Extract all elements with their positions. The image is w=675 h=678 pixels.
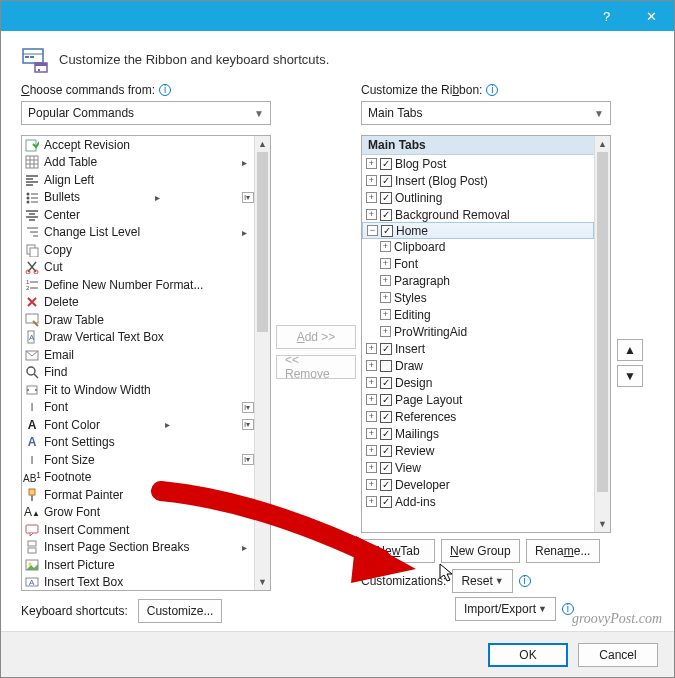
- tree-item[interactable]: Design: [362, 374, 594, 391]
- expand-icon[interactable]: [366, 496, 377, 507]
- command-item[interactable]: Draw Table: [22, 311, 254, 329]
- commands-listbox[interactable]: Accept RevisionAdd Table▸Align LeftBulle…: [21, 135, 271, 591]
- tree-group[interactable]: Editing: [362, 306, 594, 323]
- rename-button[interactable]: Rename...: [526, 539, 600, 563]
- checkbox[interactable]: [380, 394, 392, 406]
- cancel-button[interactable]: Cancel: [578, 643, 658, 667]
- expand-icon[interactable]: [380, 309, 391, 320]
- scrollbar[interactable]: ▲ ▼: [594, 136, 610, 532]
- command-item[interactable]: Insert Picture: [22, 556, 254, 574]
- command-item[interactable]: Copy: [22, 241, 254, 259]
- tree-item[interactable]: Page Layout: [362, 391, 594, 408]
- tree-group[interactable]: Paragraph: [362, 272, 594, 289]
- expand-icon[interactable]: [380, 275, 391, 286]
- checkbox[interactable]: [381, 225, 393, 237]
- command-item[interactable]: Cut: [22, 259, 254, 277]
- move-up-button[interactable]: ▲: [617, 339, 643, 361]
- move-down-button[interactable]: ▼: [617, 365, 643, 387]
- collapse-icon[interactable]: [367, 225, 378, 236]
- expand-icon[interactable]: [366, 343, 377, 354]
- choose-commands-combo[interactable]: Popular Commands ▼: [21, 101, 271, 125]
- tree-item[interactable]: Draw: [362, 357, 594, 374]
- scroll-thumb[interactable]: [257, 152, 268, 332]
- expand-icon[interactable]: [366, 445, 377, 456]
- info-icon[interactable]: i: [519, 575, 531, 587]
- checkbox[interactable]: [380, 462, 392, 474]
- ok-button[interactable]: OK: [488, 643, 568, 667]
- command-item[interactable]: IFontI▾: [22, 399, 254, 417]
- command-item[interactable]: Accept Revision: [22, 136, 254, 154]
- expand-icon[interactable]: [380, 326, 391, 337]
- tree-item[interactable]: Add-ins: [362, 493, 594, 510]
- checkbox[interactable]: [380, 377, 392, 389]
- tree-item[interactable]: Developer: [362, 476, 594, 493]
- customize-ribbon-combo[interactable]: Main Tabs ▼: [361, 101, 611, 125]
- expand-icon[interactable]: [366, 479, 377, 490]
- new-tab-button[interactable]: New Tab: [361, 539, 435, 563]
- command-item[interactable]: ADraw Vertical Text Box: [22, 329, 254, 347]
- info-icon[interactable]: i: [486, 84, 498, 96]
- expand-icon[interactable]: [380, 292, 391, 303]
- remove-button[interactable]: << Remove: [276, 355, 356, 379]
- command-item[interactable]: Fit to Window Width: [22, 381, 254, 399]
- info-icon[interactable]: i: [159, 84, 171, 96]
- command-item[interactable]: A▲Grow Font: [22, 504, 254, 522]
- tree-group[interactable]: Font: [362, 255, 594, 272]
- checkbox[interactable]: [380, 360, 392, 372]
- tree-item[interactable]: View: [362, 459, 594, 476]
- reset-button[interactable]: Reset▼: [452, 569, 512, 593]
- checkbox[interactable]: [380, 496, 392, 508]
- checkbox[interactable]: [380, 428, 392, 440]
- expand-icon[interactable]: [380, 241, 391, 252]
- checkbox[interactable]: [380, 411, 392, 423]
- command-item[interactable]: Change List Level▸: [22, 224, 254, 242]
- checkbox[interactable]: [380, 192, 392, 204]
- checkbox[interactable]: [380, 158, 392, 170]
- tree-item[interactable]: References: [362, 408, 594, 425]
- scroll-down-icon[interactable]: ▼: [595, 516, 610, 532]
- expand-icon[interactable]: [366, 394, 377, 405]
- tree-item[interactable]: Background Removal: [362, 206, 594, 223]
- scroll-thumb[interactable]: [597, 152, 608, 492]
- expand-icon[interactable]: [366, 428, 377, 439]
- help-button[interactable]: ?: [584, 1, 629, 31]
- command-item[interactable]: AFont Settings: [22, 434, 254, 452]
- tree-item[interactable]: Insert (Blog Post): [362, 172, 594, 189]
- expand-icon[interactable]: [366, 158, 377, 169]
- tree-item[interactable]: Outlining: [362, 189, 594, 206]
- expand-icon[interactable]: [366, 175, 377, 186]
- command-item[interactable]: Add Table▸: [22, 154, 254, 172]
- scroll-up-icon[interactable]: ▲: [255, 136, 270, 152]
- command-item[interactable]: Find: [22, 364, 254, 382]
- tree-item-home[interactable]: Home: [362, 222, 594, 239]
- command-item[interactable]: 12Define New Number Format...: [22, 276, 254, 294]
- command-item[interactable]: Align Left: [22, 171, 254, 189]
- expand-icon[interactable]: [366, 209, 377, 220]
- ribbon-tree[interactable]: Main Tabs Blog PostInsert (Blog Post)Out…: [361, 135, 611, 533]
- command-item[interactable]: Format Painter: [22, 486, 254, 504]
- command-item[interactable]: Center: [22, 206, 254, 224]
- scroll-up-icon[interactable]: ▲: [595, 136, 610, 152]
- command-item[interactable]: Insert Page Section Breaks▸: [22, 539, 254, 557]
- expand-icon[interactable]: [366, 360, 377, 371]
- tree-group[interactable]: Clipboard: [362, 238, 594, 255]
- scrollbar[interactable]: ▲ ▼: [254, 136, 270, 590]
- command-item[interactable]: Insert Comment: [22, 521, 254, 539]
- command-item[interactable]: Email: [22, 346, 254, 364]
- add-button[interactable]: Add >>: [276, 325, 356, 349]
- tree-item[interactable]: Review: [362, 442, 594, 459]
- tree-group[interactable]: Styles: [362, 289, 594, 306]
- import-export-button[interactable]: Import/Export▼: [455, 597, 556, 621]
- command-item[interactable]: Bullets▸I▾: [22, 189, 254, 207]
- scroll-down-icon[interactable]: ▼: [255, 574, 270, 590]
- new-group-button[interactable]: New Group: [441, 539, 520, 563]
- expand-icon[interactable]: [366, 377, 377, 388]
- expand-icon[interactable]: [380, 258, 391, 269]
- checkbox[interactable]: [380, 479, 392, 491]
- close-button[interactable]: ✕: [629, 1, 674, 31]
- command-item[interactable]: AFont Color▸I▾: [22, 416, 254, 434]
- expand-icon[interactable]: [366, 462, 377, 473]
- command-item[interactable]: AB1Footnote: [22, 469, 254, 487]
- tree-item[interactable]: Mailings: [362, 425, 594, 442]
- tree-item[interactable]: Blog Post: [362, 155, 594, 172]
